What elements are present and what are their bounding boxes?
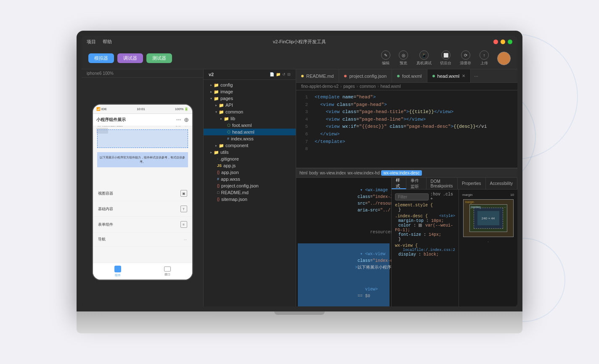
new-folder-icon[interactable]: 📁 <box>276 72 281 76</box>
folder-icon-component: 📁 <box>219 143 224 148</box>
close-button[interactable] <box>493 40 498 44</box>
folder-lib[interactable]: 📁 lib <box>204 115 296 122</box>
folder-icon-image: 📁 <box>214 90 219 94</box>
styles-tabs: 样式 事件监听 DOM Breakpoints Properties Acces… <box>392 178 517 190</box>
tab-close-head[interactable]: ✕ <box>462 74 465 78</box>
action-edit[interactable]: ✎ 编辑 <box>381 50 390 66</box>
element-breadcrumb: html body wx-view.index wx-view.index-hd… <box>296 169 517 178</box>
menu-icon-3: ≡ <box>180 221 187 228</box>
menu-help[interactable]: 帮助 <box>103 39 112 45</box>
refresh-icon[interactable]: ↺ <box>282 72 286 76</box>
tab-simulator[interactable]: 模拟器 <box>88 53 114 63</box>
code-line-7: </template> <box>315 138 512 146</box>
file-index-wxss[interactable]: # index.wxss <box>204 135 296 142</box>
collapse-icon[interactable]: ⊟ <box>287 72 291 76</box>
box-margin: margin border - padding - <box>463 199 514 237</box>
file-app-json[interactable]: {} app.json <box>204 169 296 176</box>
folder-image[interactable]: 📁 image <box>204 88 296 95</box>
elem-html[interactable]: html <box>300 171 307 175</box>
tab-project-config[interactable]: project.config.json <box>339 69 392 82</box>
file-project-config[interactable]: {} project.config.json <box>204 182 296 189</box>
action-preview[interactable]: ◎ 预览 <box>399 50 408 66</box>
json-icon-project: {} <box>217 184 220 188</box>
tab-foot-wxml[interactable]: foot.wxml <box>392 69 427 82</box>
style-rule-index-desc: .index-desc { <style> margin-top : 10px; <box>395 214 455 242</box>
menu-project[interactable]: 项目 <box>87 39 96 45</box>
folder-common[interactable]: 📁 common <box>204 108 296 115</box>
toolbar: 模拟器 调试器 测试器 ✎ 编辑 ◎ 预览 📱 真机调试 <box>82 47 517 69</box>
edit-icon: ✎ <box>381 50 390 60</box>
file-app-wxss[interactable]: # app.wxss <box>204 176 296 182</box>
tab-tester[interactable]: 测试器 <box>146 53 172 63</box>
file-sitemap[interactable]: {} sitemap.json <box>204 196 296 203</box>
new-file-icon[interactable]: 📄 <box>270 72 274 76</box>
elem-index-hd[interactable]: wx-view.index-hd <box>347 171 379 175</box>
elem-index[interactable]: wx-view.index <box>320 171 346 175</box>
folder-pages[interactable]: 📁 pages <box>204 95 296 102</box>
menu-item-1[interactable]: 视图容器 ▣ <box>93 186 192 201</box>
app-title: v2-FinClip小程序开发工具 <box>273 39 326 45</box>
minimize-button[interactable] <box>501 40 505 44</box>
tab-more-button[interactable]: ··· <box>471 69 482 82</box>
file-readme[interactable]: □ README.md <box>204 189 296 196</box>
phone-nav-bar: 组件 接口 <box>93 263 192 280</box>
menu-item-2[interactable]: 基础内容 T <box>93 201 192 217</box>
action-upload[interactable]: ↑ 上传 <box>480 50 489 66</box>
file-head-wxml[interactable]: ⬡ head.wxml <box>204 129 296 135</box>
html-node-desc[interactable]: ▾ <wx-view class="index-desc" >以下将展示小程序官… <box>298 243 390 279</box>
laptop-screen: 项目 帮助 v2-FinClip小程序开发工具 模拟器 调试器 测试器 <box>82 36 517 306</box>
chevron-api <box>215 103 217 107</box>
menu-item-4[interactable]: 导航 ··· <box>93 232 192 247</box>
tab-styles[interactable]: 样式 <box>392 178 406 189</box>
clear-cache-icon: ⟳ <box>461 50 470 60</box>
maximize-button[interactable] <box>508 40 512 44</box>
tab-properties[interactable]: Properties <box>458 178 486 189</box>
tab-accessibility[interactable]: Accessibility <box>486 178 517 189</box>
html-node-image: ▾ <wx-image class="index-logo" src="../r… <box>298 179 390 222</box>
wxml-icon-head: ⬡ <box>227 130 231 134</box>
tab-readme[interactable]: README.md <box>296 69 339 82</box>
code-line-5: <view wx:if="{{desc}}" class="page-head-… <box>315 123 512 131</box>
elem-index-desc[interactable]: wx-view.index-desc <box>381 170 421 176</box>
background-icon: ⬜ <box>441 50 451 60</box>
html-node-image-cont: resources/kind/logo.png">_</wx-image> <box>298 222 390 243</box>
folder-component[interactable]: 📁 component <box>204 142 296 149</box>
tab-dom-breakpoints[interactable]: DOM Breakpoints <box>427 178 458 189</box>
styles-panel: 样式 事件监听 DOM Breakpoints Properties Acces… <box>391 178 517 306</box>
folder-config[interactable]: 📁 config <box>204 82 296 88</box>
wxss-icon: # <box>227 137 229 141</box>
filter-input[interactable] <box>395 193 429 200</box>
style-filter: :hov .cls + <box>395 192 455 201</box>
folder-icon-config: 📁 <box>214 83 219 87</box>
menu-item-3[interactable]: 表单组件 ≡ <box>93 217 192 232</box>
action-real-debug[interactable]: 📱 真机调试 <box>416 50 432 66</box>
nav-item-components[interactable]: 组件 <box>93 263 143 280</box>
folder-icon-api: 📁 <box>219 103 224 108</box>
nav-item-interface[interactable]: 接口 <box>143 263 192 280</box>
file-app-js[interactable]: JS app.js <box>204 162 296 169</box>
tab-event-listeners[interactable]: 事件监听 <box>406 178 427 189</box>
file-gitignore[interactable]: · .gitignore <box>204 156 296 162</box>
tab-dot-readme <box>301 75 304 77</box>
bc-pages: pages <box>343 84 355 89</box>
html-tree[interactable]: ▾ <wx-image class="index-logo" src="../r… <box>296 178 391 306</box>
phone-menu-dots[interactable]: ··· <box>176 116 181 123</box>
action-background[interactable]: ⬜ 切后台 <box>440 50 451 66</box>
folder-utils[interactable]: 📁 utils <box>204 149 296 156</box>
action-clear-cache[interactable]: ⟳ 清缓存 <box>460 50 471 66</box>
window-controls <box>493 40 512 44</box>
tab-debugger[interactable]: 调试器 <box>117 53 143 63</box>
tab-head-wxml[interactable]: head.wxml ✕ <box>427 69 471 82</box>
elem-body[interactable]: body <box>309 171 318 175</box>
element-label: wx-view.index-desc <box>98 126 123 127</box>
clear-cache-label: 清缓存 <box>460 61 471 66</box>
phone-close-btn[interactable]: ⊕ <box>184 116 189 123</box>
folder-api[interactable]: 📁 API <box>204 102 296 108</box>
js-icon-app: JS <box>217 164 222 168</box>
user-avatar[interactable] <box>497 52 511 65</box>
code-editor[interactable]: 1 2 3 4 5 6 7 8 <templa <box>296 90 517 168</box>
file-foot-wxml[interactable]: ⬡ foot.wxml <box>204 122 296 129</box>
margin-bottom-value: - <box>462 240 514 243</box>
upload-label: 上传 <box>480 61 488 66</box>
json-icon-app: {} <box>217 170 220 174</box>
